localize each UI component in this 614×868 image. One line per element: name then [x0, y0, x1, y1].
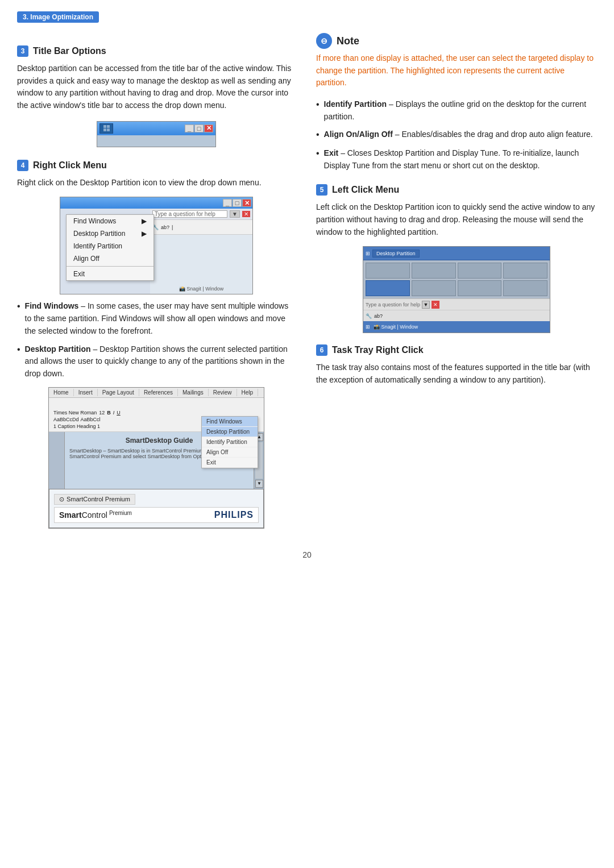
note-box: ⊖ Note If more than one display is attac…: [316, 33, 597, 89]
leftclick-screenshot: ⊞ Desktop Partition Type a question for …: [363, 246, 550, 333]
section6-body: The task tray also contains most of the …: [316, 362, 597, 386]
section5-num: 5: [316, 184, 327, 196]
taskbar-items: 📸 Snagit | Window: [179, 286, 223, 292]
menu-exit: Exit: [67, 268, 154, 280]
section3-num: 3: [17, 45, 28, 57]
menu-align-off: Align Off: [67, 252, 154, 265]
page-number: 20: [17, 550, 597, 559]
section-badge: 3. Image Optimization: [17, 11, 99, 23]
section5-body: Left click on the Desktop Partition icon…: [316, 201, 597, 238]
ribbon: Times New Roman 12 B I U AaBbCcDd AaBbCc…: [49, 398, 264, 432]
bullet-identify: • Identify Partition – Displays the outl…: [316, 98, 597, 123]
section4-num: 4: [17, 160, 28, 171]
menu-find-windows: Find Windows ▶: [67, 215, 154, 227]
sidebar-left: [49, 432, 65, 489]
bullet-exit: • Exit – Closes Desktop Partition and Di…: [316, 147, 597, 172]
section3-title: Title Bar Options: [33, 46, 106, 56]
titlebar-icons: [99, 123, 113, 134]
toolbar-help: Type a question for help: [366, 302, 420, 308]
bullet-align: • Align On/Align Off – Enables/disables …: [316, 128, 597, 141]
partition-cell-7: [458, 280, 502, 296]
dropdown-arrow: ▼: [422, 301, 430, 309]
maximize-button[interactable]: □: [194, 124, 204, 132]
toolbar-separator: |: [172, 225, 173, 230]
minimize-button[interactable]: _: [185, 124, 194, 132]
close-button[interactable]: ✕: [204, 124, 213, 132]
arrow-icon: ▶: [142, 230, 147, 238]
titlebar-screenshot: _ □ ✕: [17, 121, 296, 147]
grid-icon: [103, 125, 110, 131]
note-bullets: • Identify Partition – Displays the outl…: [316, 98, 597, 172]
help-text: Type a question for help: [152, 210, 227, 218]
bottom-toolbar: 🔧 ab?: [363, 310, 550, 321]
rightclick-titlebar: _ □ ✕: [60, 197, 252, 209]
partition-cell-3: [458, 263, 502, 279]
start-icon: ⊞: [366, 324, 370, 330]
section5-heading: 5 Left Click Menu: [316, 184, 597, 196]
desktop-partition-icon: [99, 123, 113, 134]
section6-heading: 6 Task Tray Right Click: [316, 344, 597, 356]
partition-cell-4: [503, 263, 547, 279]
leftclick-taskbar: ⊞ Desktop Partition: [363, 247, 550, 260]
note-title: Note: [337, 35, 359, 47]
section6-num: 6: [316, 344, 327, 356]
partition-cell-6: [412, 280, 456, 296]
note-text: If more than one display is attached, th…: [316, 52, 597, 89]
close-btn: ✕: [242, 199, 251, 207]
min-btn: _: [223, 199, 232, 207]
titlebar-top: _ □ ✕: [97, 122, 215, 135]
arrow-icon: ▶: [142, 217, 147, 225]
context-menu: Find Windows ▶ Desktop Partition ▶ Ident…: [66, 214, 154, 281]
dropdown-btn: ▼: [230, 210, 240, 218]
taskbar-icon: ⊞: [366, 251, 370, 256]
section4-title: Right Click Menu: [33, 160, 107, 171]
bullet-desktop-partition: • Desktop Partition – Desktop Partition …: [17, 343, 296, 380]
note-icon: ⊖: [316, 33, 332, 49]
close-x: ✕: [242, 211, 250, 217]
menu-bar: Home Insert Page Layout References Maili…: [49, 388, 264, 398]
section4-bullets: • Find Windows – In some cases, the user…: [17, 300, 296, 380]
close-x-btn: ✕: [432, 301, 439, 309]
window-buttons: _ □ ✕: [185, 124, 213, 132]
smart-logo: SmartControl Premium: [59, 510, 132, 520]
partition-cell-5-active: [366, 280, 410, 296]
toolbar-icon2: ab?: [161, 225, 169, 230]
menu-desktop-partition: Desktop Partition ▶: [67, 227, 154, 240]
section5-title: Left Click Menu: [332, 185, 399, 195]
premium-row: SmartControl Premium PHILIPS: [54, 507, 259, 523]
partition-cell-8: [503, 280, 547, 296]
smartcontrol-btn: ⊙ SmartControl Premium: [54, 494, 135, 505]
taskbar-content: 📸 Snagit | Window: [374, 324, 418, 330]
menu-identify-partition: Identify Partition: [67, 240, 154, 252]
note-header: ⊖ Note: [316, 33, 597, 49]
rightclick-window: _ □ ✕ Find Windows ▶ Desktop Partition: [60, 197, 253, 294]
desktop-partition-screenshot: Home Insert Page Layout References Maili…: [48, 387, 264, 529]
partition-cell-1: [366, 263, 410, 279]
partition-grid: [363, 260, 550, 298]
bottom-taskbar: ⊞ 📸 Snagit | Window: [363, 321, 550, 333]
section3-body: Desktop partition can be accessed from t…: [17, 63, 296, 112]
section4-heading: 4 Right Click Menu: [17, 160, 296, 171]
titlebar-window: _ □ ✕: [97, 121, 216, 147]
section3-heading: 3 Title Bar Options: [17, 45, 296, 57]
rightclick-screenshot: _ □ ✕ Find Windows ▶ Desktop Partition: [60, 197, 253, 294]
desktop-popup: Find Windows Desktop Partition Identify …: [201, 416, 258, 468]
leftclick-toolbar: Type a question for help ▼ ✕: [363, 298, 550, 310]
philips-logo: PHILIPS: [214, 510, 254, 520]
section6-title: Task Tray Right Click: [332, 345, 424, 355]
smartcontrol-box: ⊙ SmartControl Premium SmartControl Prem…: [49, 489, 264, 528]
max-btn: □: [233, 199, 242, 207]
section4-body: Right click on the Desktop Partition ico…: [17, 177, 296, 189]
bullet-find-windows: • Find Windows – In some cases, the user…: [17, 300, 296, 337]
partition-cell-2: [412, 263, 456, 279]
